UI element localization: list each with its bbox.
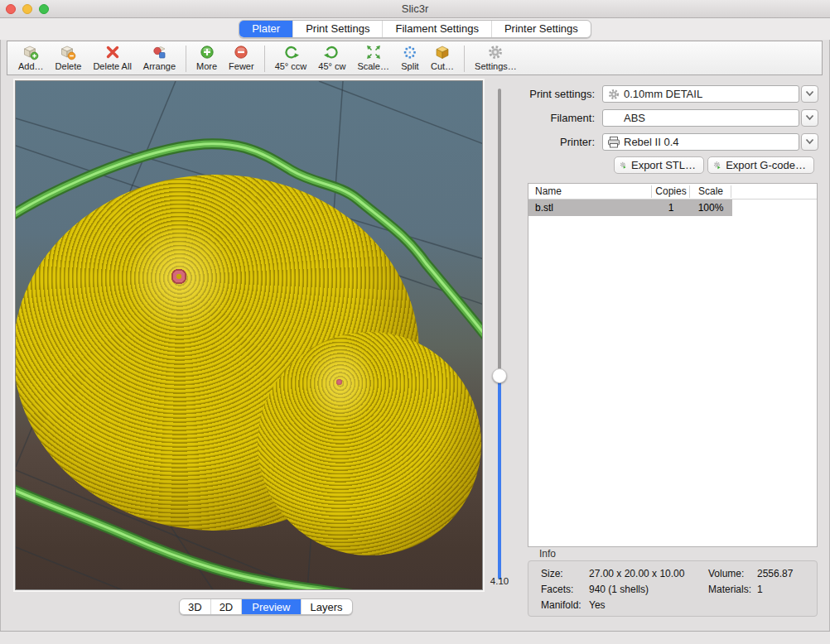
- delete-all-x-icon: [104, 44, 122, 61]
- toolbar-label: Delete: [55, 61, 82, 72]
- cell-copies: 1: [652, 199, 690, 216]
- scale-button[interactable]: Scale…: [351, 43, 395, 72]
- export-gcode-button[interactable]: Export G-code…: [707, 156, 814, 174]
- title-bar: Slic3r: [0, 0, 830, 18]
- rotate-cw-icon: [323, 44, 341, 61]
- column-divider[interactable]: [731, 185, 731, 198]
- more-button[interactable]: More: [191, 43, 223, 72]
- materials-label: Materials:: [708, 584, 751, 595]
- window-title: Slic3r: [0, 0, 830, 18]
- main-tab-strip: Plater Print Settings Filament Settings …: [0, 18, 830, 40]
- plater-toolbar: Add… Delete Delete All Arrange: [7, 41, 823, 75]
- toolbar-label: Fewer: [229, 61, 254, 72]
- rotate-ccw-button[interactable]: 45° ccw: [269, 43, 313, 72]
- delete-button[interactable]: Delete: [50, 43, 88, 72]
- delete-all-button[interactable]: Delete All: [87, 43, 137, 72]
- layer-slider-track-filled[interactable]: [498, 376, 501, 579]
- toolbar-label: More: [196, 61, 217, 72]
- rotate-cw-button[interactable]: 45° cw: [312, 43, 351, 72]
- tab-3d[interactable]: 3D: [180, 599, 210, 614]
- export-gear-arrow-icon: [620, 159, 627, 171]
- table-row[interactable]: b.stl 1 100%: [528, 199, 817, 216]
- volume-value: 2556.87: [757, 568, 793, 579]
- filament-value: ABS: [624, 112, 645, 124]
- toolbar-label: Arrange: [143, 61, 176, 72]
- info-group-title: Info: [539, 548, 556, 560]
- export-stl-button[interactable]: Export STL…: [614, 156, 704, 174]
- print-settings-value: 0.10mm DETAIL: [624, 88, 702, 100]
- export-stl-label: Export STL…: [631, 157, 696, 173]
- printer-label: Printer:: [446, 136, 595, 148]
- toolbar-label: 45° ccw: [275, 61, 307, 72]
- toolbar-label: Scale…: [357, 61, 389, 72]
- cell-scale: 100%: [690, 199, 731, 216]
- layer-slider-value: 4.10: [483, 576, 516, 586]
- export-gear-arrow-icon: [713, 159, 721, 171]
- column-divider[interactable]: [689, 185, 690, 198]
- toolbar-separator: [464, 46, 465, 72]
- column-header-name[interactable]: Name: [535, 184, 562, 199]
- volume-label: Volume:: [708, 568, 744, 579]
- tab-plater[interactable]: Plater: [239, 21, 292, 37]
- slic3r-window: { "window": { "title": "Slic3r" }, "main…: [0, 0, 830, 644]
- tab-print-settings[interactable]: Print Settings: [292, 21, 382, 37]
- column-divider[interactable]: [651, 185, 652, 198]
- facets-label: Facets:: [541, 584, 573, 595]
- tab-2d[interactable]: 2D: [210, 599, 242, 614]
- print-settings-combo[interactable]: 0.10mm DETAIL: [602, 85, 799, 103]
- layer-slider-thumb[interactable]: [492, 368, 507, 383]
- preview-3d-viewport[interactable]: [15, 80, 483, 590]
- column-header-scale[interactable]: Scale: [690, 184, 731, 199]
- size-label: Size:: [541, 568, 563, 579]
- toolbar-separator: [186, 46, 186, 72]
- print-settings-dropdown-button[interactable]: [801, 85, 818, 103]
- filament-combo[interactable]: ABS: [602, 109, 799, 127]
- status-bar: [0, 631, 830, 644]
- scale-arrows-icon: [364, 44, 383, 61]
- manifold-label: Manifold:: [541, 599, 581, 611]
- printer-combo[interactable]: Rebel II 0.4: [602, 133, 799, 151]
- tab-preview[interactable]: Preview: [241, 599, 300, 614]
- info-group-box: Size: 27.00 x 20.00 x 10.00 Volume: 2556…: [528, 560, 818, 617]
- arrange-objects-icon: [150, 44, 168, 61]
- export-gcode-label: Export G-code…: [726, 157, 806, 173]
- cell-name: b.stl: [535, 199, 553, 216]
- settings-button[interactable]: Settings…: [469, 43, 523, 72]
- toolbar-label: Cut…: [431, 61, 454, 72]
- split-dots-icon: [401, 44, 419, 61]
- filament-label: Filament:: [446, 112, 595, 124]
- chevron-down-icon: [805, 114, 814, 121]
- tab-printer-settings[interactable]: Printer Settings: [491, 21, 591, 37]
- toolbar-label: Add…: [18, 61, 44, 72]
- cut-button[interactable]: Cut…: [425, 43, 460, 72]
- tab-filament-settings[interactable]: Filament Settings: [382, 21, 490, 37]
- toolbar-label: Delete All: [93, 61, 131, 72]
- materials-value: 1: [757, 584, 763, 595]
- chevron-down-icon: [805, 138, 814, 145]
- gear-icon: [486, 44, 504, 61]
- object-table-header: Name Copies Scale: [528, 184, 817, 199]
- layer-slider-track[interactable]: [498, 89, 501, 376]
- tab-layers[interactable]: Layers: [301, 599, 352, 614]
- skirt-loop: [16, 81, 483, 590]
- print-settings-label: Print settings:: [446, 88, 595, 100]
- toolbar-label: 45° cw: [318, 61, 345, 72]
- add-box-plus-icon: [22, 44, 40, 61]
- printer-icon: [607, 136, 620, 149]
- add-button[interactable]: Add…: [12, 43, 50, 72]
- manifold-value: Yes: [589, 599, 606, 611]
- gear-icon: [607, 88, 620, 101]
- filament-dropdown-button[interactable]: [801, 109, 818, 127]
- fewer-minus-circle-icon: [232, 44, 250, 61]
- printer-value: Rebel II 0.4: [624, 136, 679, 148]
- object-list-table[interactable]: Name Copies Scale b.stl 1 100%: [528, 183, 818, 547]
- size-value: 27.00 x 20.00 x 10.00: [589, 568, 684, 579]
- view-mode-tabs: 3D 2D Preview Layers: [179, 597, 353, 615]
- fewer-button[interactable]: Fewer: [223, 43, 260, 72]
- split-button[interactable]: Split: [395, 43, 425, 72]
- chevron-down-icon: [805, 90, 814, 97]
- arrange-button[interactable]: Arrange: [138, 43, 181, 72]
- main-tab-control: Plater Print Settings Filament Settings …: [239, 20, 591, 38]
- column-header-copies[interactable]: Copies: [652, 184, 690, 199]
- printer-dropdown-button[interactable]: [801, 133, 818, 151]
